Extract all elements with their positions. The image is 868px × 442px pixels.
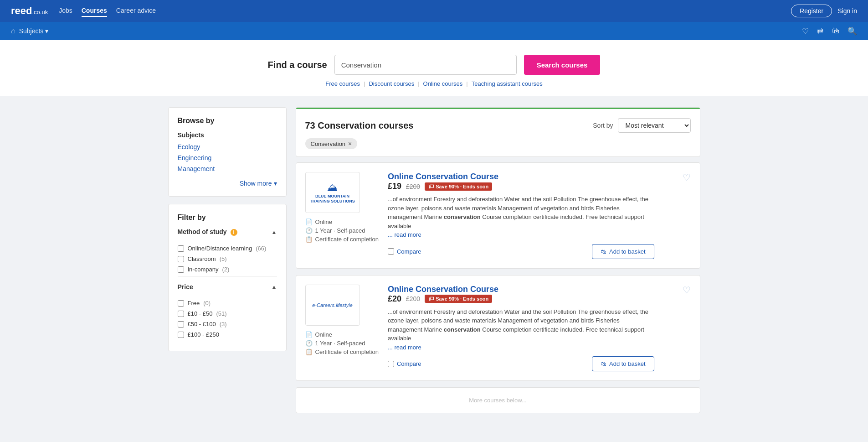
search-icon[interactable]: 🔍 [847, 26, 857, 36]
nav-career-advice[interactable]: Career advice [116, 5, 156, 17]
results-header: 73 Conservation courses Sort by Most rel… [296, 108, 700, 138]
compare-checkbox-2[interactable] [388, 361, 394, 367]
classroom-checkbox[interactable] [178, 256, 184, 262]
basket-icon-2: 🛍 [601, 360, 606, 367]
remove-filter-button[interactable]: × [348, 140, 352, 147]
course-desc-2: ...of environment Forestry and deforesta… [388, 307, 654, 352]
quick-link-online[interactable]: Online courses [423, 80, 463, 87]
subject-ecology[interactable]: Ecology [178, 143, 277, 151]
filter-classroom[interactable]: Classroom (5) [178, 255, 277, 262]
nav-links: Jobs Courses Career advice [59, 5, 156, 17]
compare-checkbox-1[interactable] [388, 248, 394, 255]
sort-select[interactable]: Most relevant Price: Low to High Price: … [618, 118, 691, 133]
sort-row: Sort by Most relevant Price: Low to High… [593, 118, 690, 133]
meta-online-1: 📄 Online [305, 218, 379, 225]
meta-cert-1: 📋 Certificate of completion [305, 236, 379, 243]
price-10-50-checkbox[interactable] [178, 311, 184, 317]
course-price-1: £19 [388, 182, 401, 191]
subject-management[interactable]: Management [178, 165, 277, 172]
cert-icon: 📋 [305, 236, 313, 243]
method-options: Online/Distance learning (66) Classroom … [178, 245, 277, 273]
read-more-1[interactable]: read more [394, 231, 421, 238]
filter-free[interactable]: Free (0) [178, 300, 277, 307]
wishlist-button-2[interactable]: ♡ [683, 285, 691, 296]
compare-label-1[interactable]: Compare [388, 248, 421, 255]
filter-10-50[interactable]: £10 - £50 (51) [178, 310, 277, 317]
quick-link-free[interactable]: Free courses [325, 80, 360, 87]
online-icon: 📄 [305, 218, 313, 225]
home-icon[interactable]: ⌂ [11, 27, 15, 35]
course-price-2: £20 [388, 294, 401, 304]
browse-by-title: Browse by [178, 117, 277, 125]
read-more-2[interactable]: read more [394, 344, 421, 351]
price-50-100-checkbox[interactable] [178, 321, 184, 328]
browse-by-box: Browse by Subjects Ecology Engineering M… [168, 107, 287, 197]
price-options: Free (0) £10 - £50 (51) £50 - £100 (3) £… [178, 300, 277, 338]
show-more-button[interactable]: Show more ▾ [240, 180, 277, 187]
method-of-study-label: Method of study i [178, 228, 237, 236]
filter-50-100[interactable]: £50 - £100 (3) [178, 321, 277, 328]
wishlist-icon[interactable]: ♡ [802, 26, 809, 36]
meta-duration-2: 🕐 1 Year · Self-paced [305, 340, 379, 347]
method-chevron-icon[interactable]: ▲ [272, 229, 277, 235]
search-row: Find a course Search courses [268, 55, 601, 75]
price-chevron-icon[interactable]: ▲ [272, 284, 277, 290]
subject-engineering[interactable]: Engineering [178, 154, 277, 161]
price-label: Price [178, 283, 193, 291]
course-meta-2: 📄 Online 🕐 1 Year · Self-paced 📋 Certifi… [305, 331, 379, 355]
quick-links: Free courses | Discount courses | Online… [325, 80, 543, 87]
add-basket-button-2[interactable]: 🛍 Add to basket [592, 356, 654, 371]
top-navigation: reed.co.uk Jobs Courses Career advice Re… [0, 0, 868, 22]
course-price-row-2: £20 £200 🏷 Save 90% · Ends soon [388, 294, 654, 304]
subjects-subtitle: Subjects [178, 131, 277, 139]
find-label: Find a course [268, 60, 327, 70]
compare-label-2[interactable]: Compare [388, 360, 421, 367]
online-distance-checkbox[interactable] [178, 245, 184, 252]
signin-button[interactable]: Sign in [837, 7, 857, 15]
course-title-1[interactable]: Online Conservation Course [388, 172, 498, 181]
filter-100-250[interactable]: £100 - £250 [178, 331, 277, 338]
course-card-1: ⛰ BLUE MOUNTAINTRAINING SOLUTIONS 📄 Onli… [296, 162, 700, 269]
active-filters: Conservation × [296, 138, 700, 156]
add-basket-button-1[interactable]: 🛍 Add to basket [592, 244, 654, 259]
quick-link-teaching[interactable]: Teaching assistant courses [472, 80, 543, 87]
in-company-checkbox[interactable] [178, 266, 184, 273]
online-icon-2: 📄 [305, 331, 313, 338]
register-button[interactable]: Register [791, 5, 832, 17]
nav-jobs[interactable]: Jobs [59, 5, 72, 17]
course-info-2: Online Conservation Course £20 £200 🏷 Sa… [388, 285, 654, 372]
price-100-250-checkbox[interactable] [178, 332, 184, 338]
nav-courses[interactable]: Courses [82, 5, 107, 17]
course-card-2: e-Careers.lifestyle 📄 Online 🕐 1 Year · … [296, 275, 700, 381]
subjects-dropdown-button[interactable]: Subjects ▾ [19, 27, 49, 35]
free-checkbox[interactable] [178, 300, 184, 307]
results-section: 73 Conservation courses Sort by Most rel… [296, 107, 700, 413]
search-input[interactable] [334, 55, 517, 75]
more-courses-placeholder: More courses below... [296, 387, 700, 413]
basket-icon[interactable]: 🛍 [832, 26, 839, 36]
main-content: Browse by Subjects Ecology Engineering M… [161, 96, 708, 424]
quick-link-discount[interactable]: Discount courses [369, 80, 414, 87]
compare-icon[interactable]: ⇄ [817, 26, 823, 36]
info-icon: i [231, 229, 237, 236]
filter-in-company[interactable]: In-company (2) [178, 266, 277, 273]
course-logo-1: ⛰ BLUE MOUNTAINTRAINING SOLUTIONS [305, 172, 360, 213]
active-filter-conservation: Conservation × [305, 138, 358, 149]
course-meta-1: 📄 Online 🕐 1 Year · Self-paced 📋 Certifi… [305, 218, 379, 243]
filter-by-title: Filter by [178, 213, 277, 222]
filter-online-distance[interactable]: Online/Distance learning (66) [178, 245, 277, 252]
course-actions-1: Compare 🛍 Add to basket [388, 244, 654, 259]
search-button[interactable]: Search courses [524, 55, 601, 75]
meta-duration-1: 🕐 1 Year · Self-paced [305, 227, 379, 234]
subjects-label: Subjects [19, 27, 44, 35]
results-header-box: 73 Conservation courses Sort by Most rel… [296, 107, 700, 157]
nav-right: Register Sign in [791, 5, 857, 17]
clock-icon: 🕐 [305, 227, 313, 234]
logo[interactable]: reed.co.uk [11, 5, 48, 17]
course-badge-1: 🏷 Save 90% · Ends soon [425, 182, 492, 191]
course-title-2[interactable]: Online Conservation Course [388, 285, 498, 294]
course-logo-2: e-Careers.lifestyle [305, 285, 360, 326]
sort-label: Sort by [593, 122, 613, 129]
wishlist-button-1[interactable]: ♡ [683, 172, 691, 183]
course-original-price-1: £200 [406, 183, 420, 190]
